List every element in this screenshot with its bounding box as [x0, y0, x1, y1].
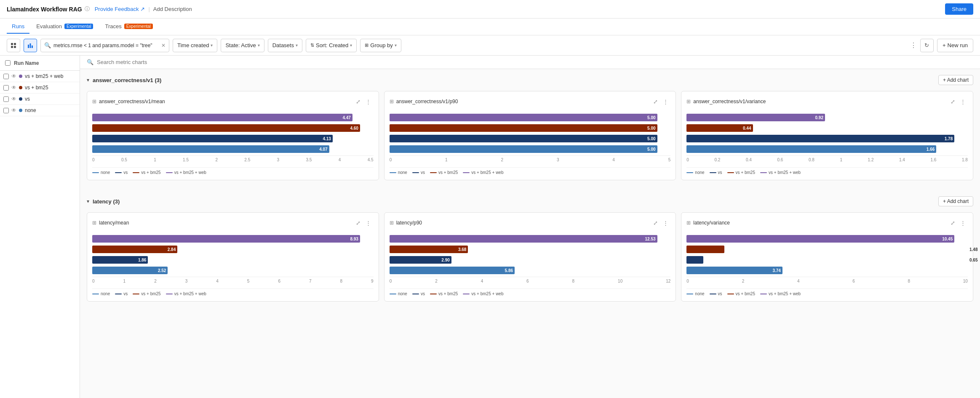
add-chart-button[interactable]: + Add chart: [938, 75, 973, 85]
bar-row: 4.47: [92, 113, 374, 122]
eye-icon[interactable]: 👁: [11, 85, 16, 91]
traces-badge: Experimental: [124, 24, 153, 29]
info-icon[interactable]: ⓘ: [85, 5, 90, 13]
sort-filter[interactable]: ⇅ Sort: Created ▾: [306, 39, 357, 52]
chart-view-button[interactable]: [24, 39, 37, 52]
svg-rect-0: [11, 43, 13, 45]
group-icon: ⊞: [365, 43, 369, 48]
charts-search-input[interactable]: [97, 59, 973, 65]
expand-chart-button[interactable]: ⤢: [948, 96, 958, 107]
add-description-link[interactable]: Add Description: [153, 6, 192, 12]
eye-icon[interactable]: 👁: [11, 96, 16, 102]
run-checkbox[interactable]: [3, 108, 9, 113]
bar-row: 5.86: [390, 266, 671, 275]
bar-value: 2.52: [158, 268, 168, 273]
search-input[interactable]: [53, 43, 159, 48]
bar-value: 1.78: [945, 136, 954, 141]
list-item[interactable]: 👁 vs: [0, 93, 80, 105]
select-all-checkbox[interactable]: [5, 60, 11, 66]
axis-tick: 0: [92, 158, 95, 162]
chart-menu-button[interactable]: ⋮: [958, 218, 968, 228]
clear-search-icon[interactable]: ✕: [161, 43, 166, 48]
chart-menu-button[interactable]: ⋮: [660, 218, 670, 228]
eye-icon[interactable]: 👁: [11, 73, 16, 79]
chart-title: answer_correctness/v1/p90: [396, 99, 651, 104]
run-name-label: vs + bm25: [25, 85, 48, 91]
section-toggle[interactable]: ▾: [87, 77, 89, 83]
legend-color: [390, 294, 396, 294]
axis-tick: 4.5: [368, 158, 374, 162]
feedback-link[interactable]: Provide Feedback ↗: [95, 6, 145, 12]
section-toggle[interactable]: ▾: [87, 198, 89, 204]
search-box[interactable]: 🔍 ✕: [40, 39, 169, 52]
legend-item: none: [686, 170, 704, 175]
bar-row: 1.78: [686, 134, 968, 143]
expand-chart-button[interactable]: ⤢: [948, 218, 958, 228]
axis-tick: 6: [526, 279, 529, 283]
datasets-filter[interactable]: Datasets ▾: [268, 39, 302, 52]
expand-chart-button[interactable]: ⤢: [650, 96, 660, 107]
run-checkbox[interactable]: [3, 85, 9, 91]
bar-value: 1.66: [927, 147, 936, 152]
expand-chart-button[interactable]: ⤢: [353, 96, 363, 107]
add-chart-button[interactable]: + Add chart: [938, 196, 973, 206]
list-item[interactable]: 👁 none: [0, 105, 80, 116]
bar-chart: 5.00 5.00 5.00: [390, 110, 671, 164]
expand-chart-button[interactable]: ⤢: [353, 218, 363, 228]
axis-tick: 4: [339, 158, 341, 162]
svg-rect-5: [30, 43, 31, 48]
legend-label: none: [101, 170, 110, 175]
chart-menu-button[interactable]: ⋮: [660, 96, 670, 107]
list-item[interactable]: 👁 vs + bm25 + web: [0, 71, 80, 82]
new-run-label: New run: [948, 42, 968, 48]
chart-card: ⊞ latency/p90 ⤢ ⋮ 12.53 3.68: [384, 212, 676, 302]
tab-traces[interactable]: Traces Experimental: [100, 20, 158, 34]
legend-item: none: [92, 170, 110, 175]
bar-row: 4.13: [92, 134, 374, 143]
grid-icon: ⊞: [390, 99, 394, 104]
eye-icon[interactable]: 👁: [11, 107, 16, 113]
bar-row: 1.48: [686, 245, 968, 254]
legend-item: vs + bm25: [133, 170, 160, 175]
legend-color: [727, 294, 734, 294]
legend-label: vs: [421, 170, 425, 175]
new-run-button[interactable]: + New run: [937, 39, 973, 52]
charts-search-icon: 🔍: [87, 59, 93, 65]
time-created-filter[interactable]: Time created ▾: [173, 39, 217, 52]
run-color-dot: [19, 86, 22, 89]
legend-color: [760, 172, 767, 173]
evaluation-badge: Experimental: [64, 24, 93, 29]
bar-value: 5.00: [647, 147, 657, 152]
chart-card-header: ⊞ answer_correctness/v1/p90 ⤢ ⋮: [390, 96, 671, 107]
group-by-filter[interactable]: ⊞ Group by ▾: [360, 39, 401, 52]
chart-menu-button[interactable]: ⋮: [363, 96, 374, 107]
legend-label: none: [695, 291, 704, 296]
state-filter[interactable]: State: Active ▾: [221, 39, 264, 52]
bar-chart: 10.45 1.48 0.65: [686, 231, 968, 285]
chart-legend: none vs vs + bm25 vs + bm25 + web: [390, 288, 671, 296]
legend-label: vs: [123, 170, 128, 175]
legend-label: vs + bm25 + web: [174, 291, 206, 296]
chart-card: ⊞ latency/mean ⤢ ⋮ 8.93 2.84: [87, 212, 379, 302]
table-view-button[interactable]: [7, 39, 20, 52]
tab-runs[interactable]: Runs: [7, 20, 29, 34]
axis-tick: 2: [435, 279, 438, 283]
bar-chart: 0.92 0.44 1.78: [686, 110, 968, 164]
expand-chart-button[interactable]: ⤢: [650, 218, 660, 228]
header: LlamaIndex Workflow RAG ⓘ Provide Feedba…: [0, 0, 980, 19]
chart-menu-button[interactable]: ⋮: [958, 96, 968, 107]
chart-menu-button[interactable]: ⋮: [363, 218, 374, 228]
legend-color: [710, 172, 716, 173]
svg-rect-1: [14, 43, 16, 45]
axis-tick: 2.5: [244, 158, 250, 162]
more-options-icon[interactable]: ⋮: [910, 41, 917, 49]
run-name-label: vs: [25, 96, 30, 102]
axis-tick: 0.5: [121, 158, 127, 162]
refresh-button[interactable]: ↻: [920, 39, 934, 52]
run-checkbox[interactable]: [3, 74, 9, 79]
share-button[interactable]: Share: [945, 3, 973, 15]
run-checkbox[interactable]: [3, 96, 9, 102]
list-item[interactable]: 👁 vs + bm25: [0, 82, 80, 93]
bar-row: 0.92: [686, 113, 968, 122]
tab-evaluation[interactable]: Evaluation Experimental: [31, 20, 98, 34]
